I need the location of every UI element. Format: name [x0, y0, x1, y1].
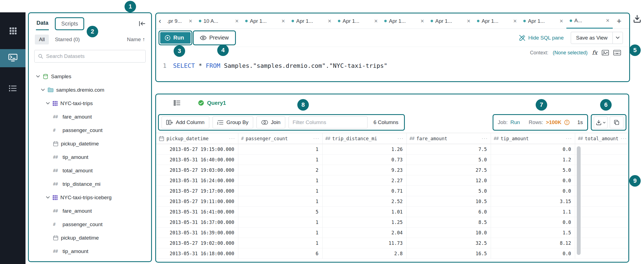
table-cell[interactable]: 0.0 — [491, 248, 575, 259]
table-cell[interactable]: 2013-05-27 19:11:00.000 — [156, 196, 238, 207]
close-tab-icon[interactable]: × — [560, 18, 563, 24]
collapse-panel-button[interactable] — [139, 21, 146, 27]
table-cell[interactable]: 0.0 — [491, 186, 575, 196]
column-header-pickup_datetime[interactable]: pickup_datetime··· — [156, 133, 238, 144]
column-header-passenger_count[interactable]: #passenger_count··· — [238, 133, 323, 144]
table-cell[interactable]: 2.8 — [323, 248, 407, 259]
table-cell[interactable]: 1.26 — [323, 144, 407, 155]
table-cell[interactable]: 2013-05-27 19:15:00.000 — [156, 144, 238, 155]
filter-columns-input[interactable] — [289, 116, 368, 128]
table-cell[interactable] — [575, 217, 628, 228]
run-button[interactable]: Run — [160, 32, 191, 44]
close-tab-icon[interactable]: × — [235, 18, 239, 24]
table-cell[interactable]: 2013-05-31 16:18:00.000 — [156, 248, 238, 259]
script-tab[interactable]: Apr 1...× — [474, 13, 520, 29]
table-cell[interactable]: 16.5 — [407, 248, 491, 259]
table-cell[interactable]: 1 — [238, 196, 323, 207]
tree-item-fare_amount[interactable]: ##fare_amount — [29, 204, 151, 218]
sql-code-line[interactable]: 1 SELECT * FROM Samples."samples.dremio.… — [156, 58, 629, 69]
table-cell[interactable]: 5.0 — [407, 155, 491, 165]
table-cell[interactable]: 2 — [238, 165, 323, 175]
context-value-link[interactable]: (None selected) — [553, 50, 587, 56]
table-cell[interactable]: 2.52 — [323, 196, 407, 207]
dataset-panel-icon[interactable] — [602, 50, 609, 55]
table-cell[interactable]: 1 — [238, 238, 323, 248]
save-as-view-button[interactable]: Save as View — [571, 32, 623, 44]
tab-scripts[interactable]: Scripts — [55, 17, 84, 30]
search-datasets-input[interactable] — [46, 53, 142, 59]
chevron-down-icon[interactable] — [613, 36, 623, 39]
table-cell[interactable]: 2013-05-31 16:37:00.000 — [156, 217, 238, 228]
tree-item-total_amount[interactable]: ##total_amount — [29, 164, 151, 177]
table-cell[interactable]: 0.73 — [323, 155, 407, 165]
hide-sql-pane-button[interactable]: Hide SQL pane — [519, 35, 564, 41]
chevron-down-icon[interactable] — [36, 75, 40, 78]
table-cell[interactable]: 1.2 — [491, 155, 575, 165]
column-menu-icon[interactable]: ··· — [397, 136, 404, 141]
download-results-button[interactable] — [594, 116, 608, 128]
copy-results-button[interactable] — [610, 116, 623, 128]
table-cell[interactable]: 1 — [238, 228, 323, 238]
table-cell[interactable]: 9.23 — [323, 165, 407, 175]
table-cell[interactable] — [575, 248, 628, 259]
table-cell[interactable]: 1.1 — [491, 207, 575, 217]
vertical-scrollbar[interactable] — [577, 146, 581, 255]
close-tab-icon[interactable]: × — [606, 18, 609, 24]
group-by-button[interactable]: Group By — [213, 116, 253, 128]
table-cell[interactable]: 6.0 — [407, 207, 491, 217]
sort-by-name-button[interactable]: Name ↑ — [127, 36, 145, 43]
column-header-fare_amount[interactable]: ##fare_amount··· — [407, 133, 491, 144]
nav-sql-runner-button[interactable] — [0, 49, 26, 67]
tree-item-NYC-taxi-trips-iceberg[interactable]: NYC-taxi-trips-iceberg — [29, 191, 151, 204]
table-cell[interactable]: 2013-05-27 19:02:00.000 — [156, 238, 238, 248]
tree-item-passenger_count[interactable]: #passenger_count — [29, 218, 151, 231]
table-cell[interactable]: 2013-05-31 16:24:00.000 — [156, 175, 238, 186]
script-tab[interactable]: A...× — [566, 13, 613, 29]
table-cell[interactable]: 2013-05-31 16:40:00.000 — [156, 155, 238, 165]
table-cell[interactable]: 1 — [238, 186, 323, 196]
close-tab-icon[interactable]: × — [374, 18, 378, 24]
column-header-total_amount[interactable]: ##total_amount··· — [575, 133, 628, 144]
new-script-tab-button[interactable]: + — [613, 13, 625, 29]
table-cell[interactable] — [575, 238, 628, 248]
table-cell[interactable] — [575, 196, 628, 207]
keyboard-shortcuts-icon[interactable] — [613, 50, 621, 55]
columns-list-icon[interactable] — [174, 100, 181, 106]
tree-item-Samples[interactable]: Samples — [29, 70, 151, 83]
table-cell[interactable]: 2013-05-31 16:39:00.000 — [156, 228, 238, 238]
table-cell[interactable]: 0.0 — [491, 144, 575, 155]
tree-item-fare_amount[interactable]: ##fare_amount — [29, 110, 151, 123]
table-cell[interactable] — [575, 155, 628, 165]
filter-starred-button[interactable]: Starred (0) — [55, 36, 80, 43]
tree-item-pickup_datetime[interactable]: pickup_datetime — [29, 231, 151, 245]
table-cell[interactable]: 2013-05-27 19:17:00.000 — [156, 186, 238, 196]
table-cell[interactable] — [575, 186, 628, 196]
script-tab[interactable]: 10 A...× — [196, 13, 242, 29]
column-menu-icon[interactable]: ··· — [313, 136, 320, 141]
chevron-down-icon[interactable] — [46, 102, 50, 105]
close-tab-icon[interactable]: × — [420, 18, 424, 24]
script-tab[interactable]: Apr 1...× — [242, 13, 288, 29]
column-menu-icon[interactable]: ··· — [621, 136, 627, 141]
close-tab-icon[interactable]: × — [467, 18, 470, 24]
table-cell[interactable]: 32.5 — [407, 238, 491, 248]
close-tab-icon[interactable]: × — [328, 18, 331, 24]
tab-data[interactable]: Data — [36, 17, 49, 30]
table-cell[interactable]: 1.25 — [323, 217, 407, 228]
add-column-button[interactable]: Add Column — [162, 116, 209, 128]
tree-item-trip_distance_mi[interactable]: ##trip_distance_mi — [29, 177, 151, 191]
table-cell[interactable]: 8.12 — [491, 238, 575, 248]
script-tab[interactable]: .pr 9...× — [164, 13, 196, 29]
job-run-link[interactable]: Run — [510, 119, 520, 125]
table-cell[interactable]: 1 — [238, 144, 323, 155]
table-cell[interactable] — [575, 207, 628, 217]
tree-item-passenger_count[interactable]: #passenger_count — [29, 123, 151, 137]
table-cell[interactable]: 10.5 — [407, 196, 491, 207]
filter-all-button[interactable]: All — [35, 35, 49, 44]
script-tab[interactable]: Apr 1...× — [381, 13, 427, 29]
table-cell[interactable]: 1 — [238, 175, 323, 186]
table-cell[interactable]: 7.5 — [407, 144, 491, 155]
query-result-tab[interactable]: Query1 — [198, 100, 226, 106]
table-cell[interactable]: 2013-05-27 19:03:00.000 — [156, 165, 238, 175]
table-cell[interactable] — [575, 144, 628, 155]
